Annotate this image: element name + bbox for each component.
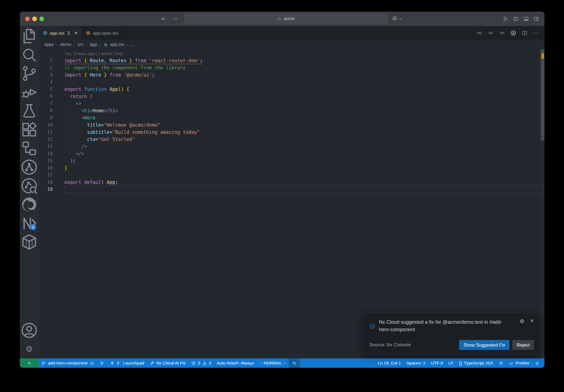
project-graph-icon[interactable] [20,158,39,176]
code-editor[interactable]: You, 3 hours ago | 1 author (You) 1impor… [39,49,544,358]
edge-browser-icon[interactable] [20,195,39,214]
breadcrumb-item[interactable]: … [131,42,135,47]
close-icon[interactable]: ✕ [74,31,78,36]
hierarchy-icon[interactable] [20,139,39,158]
code-line[interactable]: 12 cta="Get Started" [39,136,544,143]
account-icon[interactable] [20,321,39,340]
encoding[interactable]: UTF-8 [428,358,446,368]
launchpad[interactable]: Launchpad [107,358,147,368]
explorer-icon[interactable] [20,27,39,45]
chevron-down-icon [399,17,402,21]
line-number: 10 [39,121,53,129]
customize-layout-icon[interactable] [503,16,509,22]
indentation[interactable]: Spaces: 2 [404,358,428,368]
code-line[interactable]: 16} [39,164,544,172]
breadcrumb-item[interactable]: src [78,42,83,47]
remote-indicator[interactable] [20,358,39,368]
title-bar[interactable]: acme [20,12,544,26]
nx-console-icon[interactable]: 1 [20,214,39,233]
commit-graph[interactable] [97,358,107,368]
git-branch[interactable]: add-hero-component [39,358,97,368]
breadcrumb-separator: › [127,42,128,47]
code-line[interactable]: 10 title="Welcmoe @acme/demo" [39,121,544,129]
code-line[interactable]: 14 </> [39,150,544,157]
status-text: Prettier [516,361,529,366]
vscode-window: acme 1⚙ app.tsx 3 ✕ app.spec.tsx [20,12,544,368]
code-line[interactable]: 2// importing the component from the lib… [39,64,544,71]
notifications-bell[interactable] [532,358,542,368]
close-window-button[interactable] [25,17,30,21]
code-line[interactable]: 13 /> [39,143,544,150]
code-line[interactable]: 4 [39,78,544,86]
next-change-icon[interactable] [499,30,505,36]
source-control-icon[interactable] [20,64,39,83]
graph-search-icon[interactable] [20,176,39,195]
show-suggested-fix-button[interactable]: Show Suggested Fix [459,340,509,350]
zoom-indicator[interactable] [289,358,300,368]
search-icon[interactable] [20,45,39,64]
breadcrumb-item[interactable]: demo [60,42,71,47]
zoom-window-button[interactable] [39,17,44,21]
cursor-position[interactable]: Ln 19, Col 1 [375,358,404,368]
breadcrumb-item[interactable]: app [90,42,97,47]
prettier[interactable]: Prettier [506,358,532,368]
problems[interactable]: 03 [188,358,214,368]
wrench-icon [150,361,154,366]
status-text: -- NORMAL -- [260,361,286,366]
scrollbar[interactable] [541,49,544,358]
line-number: 13 [39,143,53,150]
split-editor-icon[interactable] [522,30,528,36]
copilot-menu[interactable] [392,16,402,22]
tab-app-spec-tsx[interactable]: app.spec.tsx [82,26,123,40]
double-check-icon [509,361,514,366]
code-line[interactable]: 17 [39,172,544,179]
forward-icon[interactable] [172,16,178,22]
more-actions-icon[interactable]: ⋯ [533,30,539,36]
code-line[interactable]: 8 <h1>Home</h1> [39,107,544,114]
code-line[interactable]: 3import { Hero } from '@acme/ui'; [39,71,544,78]
run-debug-icon[interactable] [20,83,39,102]
vim-mode[interactable]: -- NORMAL -- [257,358,289,368]
reject-button[interactable]: Reject [512,340,534,350]
back-icon[interactable] [161,16,167,22]
nx-cloud-ai-fix[interactable]: Nx Cloud AI Fix [147,358,189,368]
code-line[interactable]: 6 return ( [39,93,544,100]
scrollbar-thumb[interactable] [541,49,544,141]
change-circle-icon[interactable] [488,30,494,36]
copilot-icon [392,16,398,22]
code-line[interactable]: 1import { Route, Routes } from 'react-ro… [39,57,544,64]
copilot-status[interactable] [496,358,506,368]
line-number: 5 [39,86,53,93]
toggle-primary-sidebar-icon[interactable] [513,16,519,22]
blame-annotation[interactable]: You, 3 hours ago | 1 author (You) [64,50,123,57]
toggle-secondary-sidebar-icon[interactable] [533,16,539,22]
eol[interactable]: LF [446,358,456,368]
prev-change-icon[interactable] [476,30,482,36]
minimize-window-button[interactable] [32,17,37,21]
breadcrumb-item[interactable]: apps [44,42,54,47]
code-line[interactable]: 18export default App; [39,179,544,186]
extensions-icon[interactable] [20,120,39,139]
code-line[interactable]: 19 [39,186,544,193]
code-line[interactable]: 11 subtitle="Build something amazing tod… [39,129,544,136]
settings-gear-icon[interactable]: ⚙ [20,340,39,358]
notification-close-icon[interactable]: ✕ [530,318,534,323]
breadcrumb-item[interactable]: app.tsx [110,42,124,47]
git-branch-icon [41,361,46,366]
code-line[interactable]: 9 <Hero [39,114,544,121]
copilot-icon [499,361,503,366]
tab-app-tsx[interactable]: app.tsx 3 ✕ [39,26,82,40]
run-graph-icon[interactable] [510,30,516,36]
desktop: { "titlebar": { "search_value": "acme", … [0,0,564,392]
auto-attach[interactable]: Auto Attach: Always [214,358,257,368]
code-line[interactable]: 7 <> [39,100,544,107]
code-line[interactable]: 15 ); [39,157,544,164]
remote-icon [27,361,32,366]
toggle-panel-icon[interactable] [523,16,529,22]
command-center-search[interactable]: acme [185,14,387,24]
language-mode[interactable]: {}TypeScript JSX [456,358,496,368]
container-icon[interactable] [20,233,39,251]
code-line[interactable]: 5export function App() { [39,86,544,93]
notification-settings-gear-icon[interactable]: ⚙ [520,318,525,324]
testing-icon[interactable] [20,102,39,120]
